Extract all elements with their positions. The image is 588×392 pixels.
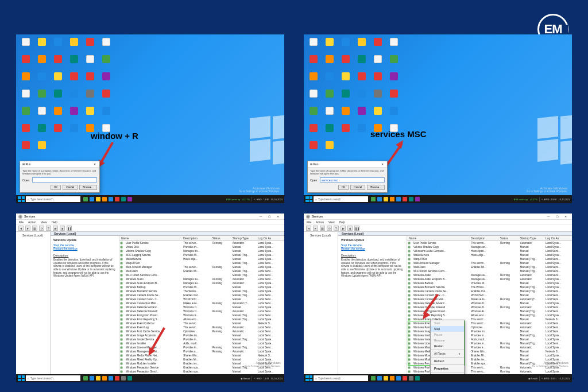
services-list[interactable]: Name Description Status Startup Type Log… xyxy=(407,236,572,377)
service-row[interactable]: Windows Encryption Provid...Windows E...… xyxy=(407,309,572,313)
context-menu[interactable]: Start Stop Pause Resume Restart All Task… xyxy=(430,320,465,377)
desktop-icon[interactable] xyxy=(20,72,32,86)
desktop-icon[interactable] xyxy=(388,72,400,86)
close-button[interactable]: ✕ xyxy=(274,214,282,219)
desktop-icon[interactable] xyxy=(388,55,400,69)
maximize-button[interactable]: ▢ xyxy=(265,214,273,219)
desktop-icon[interactable] xyxy=(52,107,64,121)
ctx-refresh[interactable]: Refresh xyxy=(431,358,464,364)
service-row[interactable]: Windows Defender FirewallWindows D...Run… xyxy=(407,305,572,309)
services-tree[interactable]: Services (Local) xyxy=(304,232,338,377)
desktop-icon[interactable] xyxy=(36,55,48,69)
service-row[interactable]: Web Account ManagerThis servic...Running… xyxy=(119,265,284,269)
service-row[interactable]: Windows Event CollectorThis servic...Man… xyxy=(119,321,284,325)
desktop-icon[interactable] xyxy=(36,38,48,52)
desktop-icon[interactable] xyxy=(339,38,352,52)
cancel-button[interactable]: Cancel xyxy=(350,185,365,190)
close-icon[interactable]: ✕ xyxy=(380,162,385,166)
desktop-icon[interactable] xyxy=(388,107,400,121)
desktop-icon[interactable] xyxy=(84,38,96,52)
service-row[interactable]: Windows Image Acquisitio...Provides im..… xyxy=(119,333,284,337)
desktop-icon[interactable] xyxy=(372,72,384,86)
desktop-icon[interactable] xyxy=(36,72,48,86)
tb-icon[interactable]: ⟳ xyxy=(39,226,44,231)
desktop-icon[interactable] xyxy=(36,124,48,138)
service-row[interactable]: Volume Shadow CopyManages an...ManualLoc… xyxy=(119,249,284,253)
taskbar[interactable]: ⌕Type here to search ◉ Result ^ENG 13:31… xyxy=(16,374,284,382)
service-row[interactable]: Windows License Manager ...Provides in..… xyxy=(119,346,284,350)
service-row[interactable]: Windows Connection Man...Makes auto...Ru… xyxy=(407,297,572,301)
desktop-icon[interactable] xyxy=(100,55,113,69)
service-row[interactable]: WalletServiceHosts obje...ManualLocal Sy… xyxy=(119,257,284,261)
ctx-alltasks[interactable]: All Tasks▸ xyxy=(431,351,464,356)
tb-back-icon[interactable]: ◄ xyxy=(18,226,24,231)
taskbar-search[interactable]: ⌕Type here to search xyxy=(26,375,80,381)
service-row[interactable]: Volume Shadow CopyManages an...ManualLoc… xyxy=(407,245,572,249)
service-row[interactable]: Windows InstallerAdds, modi...ManualLoca… xyxy=(119,341,284,346)
menu-help[interactable]: Help xyxy=(339,220,345,224)
ctx-pause[interactable]: Pause xyxy=(431,332,464,337)
desktop-icon[interactable] xyxy=(372,38,384,52)
desktop-icon[interactable] xyxy=(20,90,32,103)
desktop-icon[interactable] xyxy=(52,38,64,52)
desktop-icon[interactable] xyxy=(84,72,96,86)
service-row[interactable]: Windows Biometric ServiceThe Windo...Man… xyxy=(407,285,572,289)
taskbar-search[interactable]: ⌕ Type here to search xyxy=(26,196,80,202)
browse-button[interactable]: Browse... xyxy=(79,185,97,190)
desktop-icon[interactable] xyxy=(20,107,32,121)
service-row[interactable]: Windows Biometric ServiceThe Windo...Man… xyxy=(119,289,284,293)
services-titlebar[interactable]: Services — ▢ ✕ xyxy=(304,214,572,220)
tb-icon[interactable] xyxy=(127,197,132,201)
desktop-icon[interactable] xyxy=(372,90,384,103)
desktop-icon[interactable] xyxy=(307,90,320,103)
tb-icon[interactable] xyxy=(409,197,413,201)
tb-icon[interactable] xyxy=(102,197,107,201)
start-button[interactable] xyxy=(305,375,312,381)
tb-icon[interactable] xyxy=(403,197,407,201)
desktop-icon[interactable] xyxy=(84,55,96,69)
taskbar[interactable]: ⌕ Type here to search BSE sente up +0 xyxy=(304,195,572,203)
desktop-icon[interactable] xyxy=(323,107,336,121)
browse-button[interactable]: Browse... xyxy=(367,185,385,190)
close-button[interactable]: ✕ xyxy=(562,214,570,219)
service-row[interactable]: Windows Camera Frame Se...Enables mul...… xyxy=(407,289,572,293)
desktop-icon[interactable] xyxy=(355,107,368,121)
menu-file[interactable]: File xyxy=(19,220,24,224)
service-row[interactable]: Volumetric Audio Composi...Hosts spati..… xyxy=(407,249,572,253)
service-row[interactable]: Windows Management Inst...Provides a ...… xyxy=(119,350,284,354)
desktop-icon[interactable] xyxy=(355,72,368,86)
desktop-icon[interactable] xyxy=(323,38,336,52)
tb-icon[interactable] xyxy=(96,197,100,201)
tb-icon[interactable] xyxy=(371,197,376,201)
run-dialog[interactable]: ⊞ Run ✕ Type the name of a program, fold… xyxy=(307,161,388,193)
desktop-icon[interactable] xyxy=(20,141,32,155)
service-row[interactable]: Windows Media Player Net...Shares Win...… xyxy=(119,354,284,358)
tb-icon[interactable] xyxy=(121,197,126,201)
taskbar[interactable]: ⌕ Type here to search BSE sente up +0 xyxy=(16,195,284,203)
service-row[interactable]: Windows Connect Now - C...WCNCSVC ...Man… xyxy=(119,297,284,301)
service-row[interactable]: Windows AudioManages au...RunningAutomat… xyxy=(407,273,572,277)
service-row[interactable]: WebClientEnables Wi...Manual (Trig...Loc… xyxy=(407,265,572,269)
taskbar[interactable]: ⌕Type here to search ◉ Result ^ENG 13:31… xyxy=(304,374,572,382)
desktop-icon[interactable] xyxy=(323,124,336,138)
service-row[interactable]: Windows Camera Frame Se...Enables mul...… xyxy=(119,293,284,297)
desktop-icon[interactable] xyxy=(372,55,384,69)
minimize-button[interactable]: — xyxy=(257,214,265,219)
desktop-icon[interactable] xyxy=(355,90,368,103)
desktop-icon[interactable] xyxy=(84,90,96,103)
service-row[interactable]: Virtual DiskProvides m...ManualLocal Sys… xyxy=(119,245,284,249)
service-row[interactable]: W3C Logging ServiceProvides W...Manual (… xyxy=(119,253,284,257)
maximize-button[interactable]: ▢ xyxy=(553,214,561,219)
desktop-icon[interactable] xyxy=(52,72,64,86)
tb-icon[interactable]: ■ xyxy=(60,226,65,231)
desktop-icon[interactable] xyxy=(68,38,80,52)
menu-help[interactable]: Help xyxy=(52,220,57,224)
service-row[interactable]: Windows Defender FirewallWindows D...Run… xyxy=(119,309,284,313)
desktop-icon[interactable] xyxy=(388,38,400,52)
desktop-icon[interactable] xyxy=(339,90,352,103)
menu-view[interactable]: View xyxy=(328,220,335,224)
menu-file[interactable]: File xyxy=(307,220,311,224)
services-titlebar[interactable]: Services — ▢ ✕ xyxy=(16,214,284,220)
service-row[interactable]: User Profile ServiceThis servic...Runnin… xyxy=(407,241,572,245)
service-row[interactable]: Windows Audio Endpoint B...Manages au...… xyxy=(119,281,284,285)
